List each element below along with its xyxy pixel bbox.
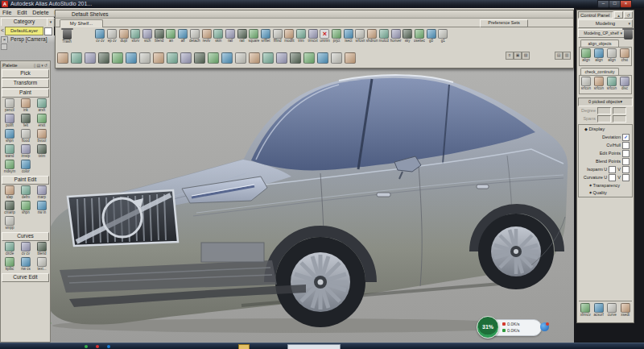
curvature-u-v-checkbox[interactable]: [622, 174, 630, 181]
palette-tab-pick[interactable]: Pick: [2, 69, 49, 78]
cp-mode-dropdown[interactable]: Modeling▾: [578, 19, 633, 28]
cp-tab-align-objects[interactable]: align_objects: [580, 39, 619, 47]
stch-icon[interactable]: [142, 29, 152, 39]
tool-g0[interactable]: g0: [425, 29, 437, 50]
deviation-checkbox[interactable]: ✓: [622, 134, 630, 141]
menu-edit[interactable]: Edit: [17, 10, 27, 15]
tool-srfflet[interactable]: srfflet: [260, 29, 272, 50]
tool-untrim[interactable]: ×untrim: [319, 29, 331, 50]
tool-blend[interactable]: blend: [34, 242, 50, 257]
tool-icon[interactable]: [249, 52, 260, 64]
tool-mulcd[interactable]: mulcd: [378, 29, 390, 50]
shelf-grid-icon[interactable]: ▤: [555, 52, 563, 60]
srfflet-icon[interactable]: [261, 29, 270, 39]
skin-icon[interactable]: [213, 29, 223, 39]
tool-blend[interactable]: blend: [153, 29, 165, 50]
tool-align[interactable]: align: [592, 48, 605, 64]
palette-window-buttons[interactable]: ▯▤▾↺: [34, 63, 48, 68]
marp-icon[interactable]: [37, 185, 47, 195]
tool-dupl[interactable]: dupl: [118, 29, 130, 50]
align-icon[interactable]: [607, 48, 617, 58]
modfit-icon[interactable]: [284, 29, 294, 39]
spans-u-field[interactable]: [597, 115, 611, 123]
tool-srfcon[interactable]: srfcon: [580, 77, 592, 93]
tool-icon[interactable]: [139, 52, 151, 64]
tool-circle[interactable]: circle: [2, 242, 18, 257]
tool-curve[interactable]: curve: [605, 303, 619, 319]
disc-icon[interactable]: [620, 77, 630, 86]
tool-icon[interactable]: [345, 52, 356, 64]
tool-icon[interactable]: [290, 52, 301, 64]
nw-cs-icon[interactable]: [21, 257, 31, 267]
tool-srfcsn[interactable]: srfcsn: [354, 29, 366, 50]
tool-icon[interactable]: [276, 52, 287, 64]
tool-flood[interactable]: flood: [18, 129, 34, 144]
tool-useitec[interactable]: useitec: [414, 29, 426, 50]
tool-slap[interactable]: slap: [2, 185, 18, 201]
layer-prev-arrow[interactable]: <: [1, 27, 4, 33]
mdsym-icon[interactable]: [5, 160, 14, 169]
tool-rail[interactable]: rail: [225, 29, 237, 50]
tool-cv-cv[interactable]: cv cv: [18, 242, 34, 257]
align-icon[interactable]: [581, 48, 591, 58]
curve-icon[interactable]: [607, 303, 617, 313]
xfrmcv-icon[interactable]: [580, 303, 590, 313]
tool-shpn[interactable]: shpn: [2, 129, 18, 144]
circle-icon[interactable]: [5, 242, 14, 251]
display-header[interactable]: ◆ Display: [580, 126, 631, 133]
tab-my-shelf[interactable]: My Shelf...: [60, 19, 103, 27]
tool-ink[interactable]: ink: [18, 98, 34, 114]
tool-icon[interactable]: [303, 52, 315, 64]
blend-icon[interactable]: [155, 29, 164, 39]
tool-detach[interactable]: detach: [189, 29, 201, 50]
trim-icon[interactable]: [296, 29, 306, 39]
tool-stch[interactable]: stch: [142, 29, 154, 50]
tool-icon[interactable]: [180, 52, 192, 64]
tool-icon[interactable]: [167, 52, 178, 64]
trash-icon[interactable]: [63, 30, 72, 39]
shelf-lightbulb-icon[interactable]: ¤: [506, 52, 514, 60]
blend-icon[interactable]: [37, 242, 47, 251]
tool-isect[interactable]: isect: [342, 29, 354, 50]
usage-percent-badge[interactable]: 31%: [477, 316, 499, 339]
untrim-icon[interactable]: ×: [320, 29, 329, 39]
tool-sky[interactable]: sky: [402, 29, 414, 50]
tool-icon[interactable]: [71, 52, 82, 64]
tool-xfrmcv[interactable]: xfrmcv: [579, 303, 592, 319]
tool-honver[interactable]: honver: [390, 29, 402, 50]
tool-txtm[interactable]: txtm: [34, 144, 50, 160]
cmanp-icon[interactable]: [5, 201, 14, 210]
srfcon-icon[interactable]: [581, 77, 591, 86]
polift-icon[interactable]: [5, 114, 14, 123]
tool-xsedt[interactable]: xsedt: [619, 303, 633, 319]
kplbc-icon[interactable]: [5, 257, 14, 267]
felt-icon[interactable]: [21, 114, 31, 123]
display-extra-transparency[interactable]: ◆ Transparency: [580, 181, 631, 189]
chst-icon[interactable]: [620, 48, 630, 58]
shelf-pane-icon[interactable]: ▣: [514, 52, 522, 60]
shpn-icon[interactable]: [5, 129, 14, 139]
tool-pencil[interactable]: pencil: [2, 98, 18, 114]
shelf-resize-icon[interactable]: ▨: [522, 52, 530, 60]
shelf-max-icon[interactable]: ▥: [563, 52, 571, 60]
curvature-u-checkbox[interactable]: [609, 174, 616, 181]
defm-icon[interactable]: [21, 185, 31, 195]
taskbar-active-window[interactable]: [287, 344, 341, 349]
tool-ep-cv[interactable]: ep cv: [106, 29, 118, 50]
ep-cv-icon[interactable]: [107, 29, 117, 39]
srfcon-icon[interactable]: [607, 77, 617, 86]
tool-defm[interactable]: defm: [18, 185, 34, 201]
perspective-viewport[interactable]: × Persp [Camera] ≡≡ ¤ ▣ ▨ ▤ ▥: [0, 35, 574, 343]
tool-kplbc[interactable]: kplbc: [2, 257, 18, 272]
honver-icon[interactable]: [391, 29, 401, 39]
picked-objects-dropdown[interactable]: 0 picked objects▾: [578, 98, 633, 106]
tool-revlv[interactable]: revlv: [200, 29, 213, 50]
cp-trash-icon[interactable]: [624, 30, 633, 39]
tool-icon[interactable]: [221, 52, 233, 64]
flood-icon[interactable]: [21, 129, 31, 139]
tool-imstp[interactable]: imstp: [18, 144, 34, 160]
layer-checkbox[interactable]: [44, 27, 52, 35]
cp-tab-check-continuity[interactable]: check_continuity: [580, 68, 619, 75]
prjct-icon[interactable]: [332, 29, 341, 39]
degree-v-field[interactable]: [613, 107, 626, 114]
